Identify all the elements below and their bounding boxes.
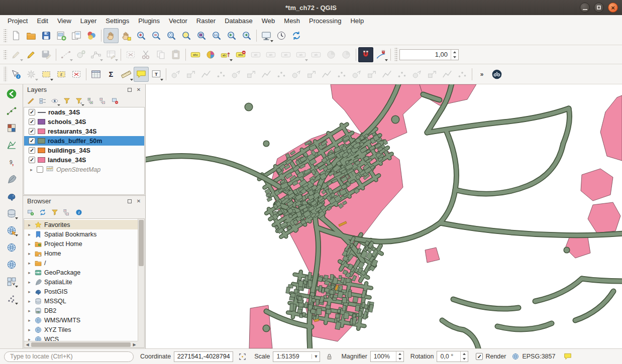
menu-database[interactable]: Database [220,16,257,26]
layer-item-restaurants_34S[interactable]: ✓restaurants_34S [24,127,144,136]
close-panel-button[interactable]: ✕ [135,86,143,93]
remove-layer-button[interactable] [110,95,121,106]
browser-item-geopackage[interactable]: ▸GeoPackage [24,268,138,277]
browser-item-xyz-tiles[interactable]: ▸XYZ Tiles [24,325,138,334]
expander-icon[interactable]: ▸ [27,222,32,227]
layer-visibility-checkbox[interactable]: ✓ [29,147,35,154]
expander-icon[interactable]: ▸ [29,167,34,172]
add-vector-tile-layer-button[interactable]: V [5,275,19,289]
maximize-button[interactable] [594,3,604,13]
zoom-full-button[interactable] [164,28,179,43]
spin-down-button[interactable] [461,356,468,361]
add-delimited-text-layer-button[interactable]: 9, [5,155,19,169]
menu-raster[interactable]: Raster [192,16,220,26]
layer-item-buildings_34S[interactable]: ✓buildings_34S [24,146,144,155]
open-layer-styling-button[interactable] [25,95,36,106]
identify-features-button[interactable]: i [9,67,24,82]
browser-item-favorites[interactable]: ▸Favorites [24,220,138,229]
pan-map-button[interactable] [103,28,119,43]
new-print-layout-button[interactable] [54,28,69,43]
zoom-last-button[interactable] [224,28,239,43]
add-mesh-layer-button[interactable] [5,138,19,152]
add-selected-layers-button[interactable] [25,207,36,218]
layer-visibility-checkbox[interactable]: ✓ [29,128,35,135]
menu-plugins[interactable]: Plugins [134,16,164,26]
browser-item-home[interactable]: ▸Home [24,249,138,258]
layer-item-roads_34S[interactable]: ✓roads_34S [24,107,144,117]
browser-item-wms-wmts[interactable]: ▸WMS/WMTS [24,315,138,325]
expander-icon[interactable]: ▸ [27,232,32,237]
properties-widget-button[interactable]: i [73,207,84,218]
save-project-button[interactable] [39,28,54,43]
add-spatialite-layer-button[interactable] [5,172,19,186]
open-attribute-table-button[interactable] [88,67,103,82]
add-oracle-layer-button[interactable] [5,206,19,220]
layer-item-roads_buffer_50m[interactable]: ✓roads_buffer_50m [24,136,144,146]
layer-labeling-options-button[interactable]: abc [188,47,203,62]
coordinate-input[interactable] [174,351,233,362]
crs-globe-icon[interactable] [510,351,521,362]
scroll-left-arrow[interactable]: ◀ [24,342,31,347]
layer-visibility-checkbox[interactable]: ✓ [29,157,35,163]
temporal-controller-button[interactable] [274,28,289,43]
enable-tracing-button[interactable] [373,47,388,62]
rotation-spinbox[interactable]: 0,0 ° [437,351,468,362]
map-tips-button[interactable] [134,67,149,82]
pin-labels-button[interactable]: ab [218,47,233,62]
menu-help[interactable]: Help [346,16,368,26]
horizontal-scrollbar[interactable]: ◀ ▶ [24,341,138,347]
add-postgis-layer-button[interactable] [5,189,19,203]
zoom-to-layer-button[interactable] [194,28,209,43]
add-wfs-layer-button[interactable] [5,240,19,255]
close-panel-button[interactable]: ✕ [135,197,143,205]
browser-item-mssql[interactable]: ▸MSSQL [24,296,138,306]
zoom-next-button[interactable] [239,28,254,43]
layer-visibility-checkbox[interactable]: ✓ [29,118,35,125]
map-canvas[interactable] [146,84,622,348]
filter-by-expression-button[interactable]: ε [73,95,84,106]
expander-icon[interactable]: ▸ [27,308,32,313]
vertical-scrollbar[interactable] [138,219,144,341]
browser-item--[interactable]: ▸/ [24,258,138,268]
toolbar-grip[interactable] [4,66,7,82]
highlight-unplaced-labels-button[interactable]: abc [233,47,248,62]
lock-scale-button[interactable] [324,351,335,362]
style-manager-button[interactable] [84,28,99,43]
layer-item-landuse_34S[interactable]: ✓landuse_34S [24,155,144,165]
extent-toggle-button[interactable] [237,351,248,362]
search-plugin-button[interactable] [489,67,504,82]
float-panel-button[interactable] [126,86,134,93]
menu-edit[interactable]: Edit [32,16,52,26]
menu-view[interactable]: View [53,16,76,26]
pan-to-selection-button[interactable] [119,28,134,43]
browser-item-wcs[interactable]: ▸WCS [24,334,138,341]
zoom-native-button[interactable]: 1:1 [209,28,224,43]
collapse-all-browser-button[interactable] [61,207,72,218]
select-by-expression-button[interactable]: ε [54,67,69,82]
menu-mesh[interactable]: Mesh [279,16,304,26]
epsg-label[interactable]: EPSG:3857 [522,353,555,360]
zoom-out-button[interactable] [149,28,164,43]
close-button[interactable]: × [608,3,618,13]
manage-map-themes-button[interactable] [49,95,60,106]
expander-icon[interactable]: ▸ [27,261,32,266]
spin-down-button[interactable] [451,55,458,60]
zoom-in-button[interactable] [134,28,149,43]
refresh-map-button[interactable] [289,28,304,43]
expander-icon[interactable]: ▸ [27,289,32,294]
toolbar-overflow-button[interactable]: » [474,67,489,82]
layout-manager-button[interactable] [69,28,84,43]
scroll-right-arrow[interactable]: ▶ [131,342,138,347]
locate-input[interactable] [4,351,134,362]
browser-item-project-home[interactable]: ▸Project Home [24,239,138,249]
filter-browser-button[interactable] [49,207,60,218]
refresh-browser-button[interactable] [37,207,48,218]
expander-icon[interactable]: ▸ [27,299,32,304]
expander-icon[interactable]: ▸ [27,270,32,275]
statistical-summary-button[interactable]: Σ [103,67,119,82]
expander-icon[interactable]: ▸ [27,251,32,256]
measure-button[interactable] [119,67,134,82]
menu-layer[interactable]: Layer [76,16,101,26]
toolbar-grip[interactable] [4,29,7,43]
expander-icon[interactable]: ▸ [27,280,32,285]
